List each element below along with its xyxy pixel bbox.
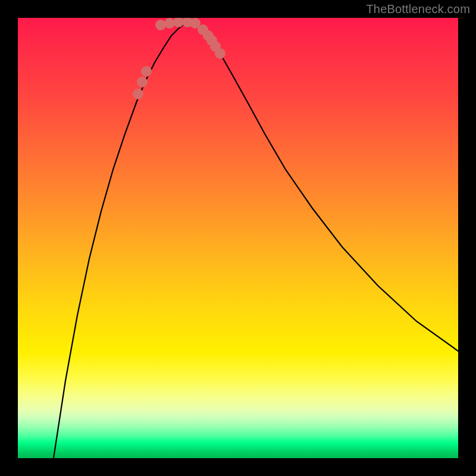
right-curve [190, 21, 458, 351]
marker-layer [133, 18, 226, 99]
left-curve [54, 21, 190, 458]
marker-dot [141, 66, 152, 77]
marker-dot [190, 18, 201, 29]
marker-dot [133, 89, 143, 99]
curve-layer [18, 18, 458, 458]
watermark-text: TheBottleneck.com [366, 2, 470, 16]
marker-dot [137, 77, 148, 87]
chart-frame: TheBottleneck.com [0, 0, 476, 476]
plot-area [18, 18, 458, 458]
marker-dot [155, 20, 166, 30]
curve-group [54, 18, 458, 458]
